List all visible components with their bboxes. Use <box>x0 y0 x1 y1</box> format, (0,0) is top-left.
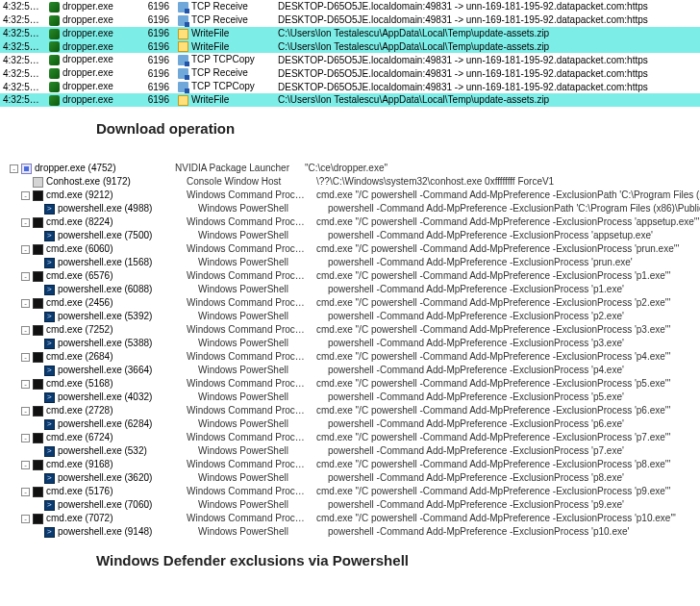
procmon-row[interactable]: 4:32:5…dropper.exe6196TCP ReceiveDESKTOP… <box>0 66 700 80</box>
proc-cmdline: powershell -Command Add-MpPreference -Ex… <box>328 365 700 375</box>
cmd-icon <box>33 244 43 255</box>
proctree-row[interactable]: powershell.exe (532)Windows PowerShellpo… <box>10 444 700 458</box>
proc-cmdline: cmd.exe "/C powershell -Command Add-MpPr… <box>316 513 700 523</box>
proc-type: Windows PowerShell <box>198 445 328 456</box>
tree-indent: - <box>10 324 33 335</box>
proctree-row[interactable]: -cmd.exe (2684)Windows Command Proc…cmd.… <box>10 350 700 364</box>
process-icon <box>49 68 60 79</box>
proctree-row[interactable]: -cmd.exe (2728)Windows Command Proc…cmd.… <box>10 404 700 417</box>
tree-toggle[interactable]: - <box>21 245 30 254</box>
process-icon <box>49 95 60 106</box>
proctree-row[interactable]: -cmd.exe (7072)Windows Command Proc…cmd.… <box>10 512 700 525</box>
tree-toggle[interactable]: - <box>21 515 30 523</box>
tree-indent <box>10 176 33 187</box>
powershell-icon <box>44 366 55 376</box>
proc-name: Conhost.exe (9172) <box>33 176 187 188</box>
tree-toggle[interactable]: - <box>21 488 30 496</box>
proc-type: Windows PowerShell <box>198 203 328 214</box>
tree-toggle[interactable]: - <box>21 326 30 335</box>
proctree-row[interactable]: -cmd.exe (6724)Windows Command Proc…cmd.… <box>10 431 700 444</box>
proctree-row[interactable]: powershell.exe (7060)Windows PowerShellp… <box>10 498 700 512</box>
tree-toggle[interactable]: - <box>21 191 30 200</box>
pid-cell: 6196 <box>135 66 175 80</box>
proctree-row[interactable]: -cmd.exe (9212)Windows Command Proc…cmd.… <box>10 189 700 202</box>
proctree-row[interactable]: -cmd.exe (6576)Windows Command Proc…cmd.… <box>10 269 700 283</box>
proctree-row[interactable]: -cmd.exe (5168)Windows Command Proc…cmd.… <box>10 377 700 391</box>
proctree-row[interactable]: powershell.exe (5388)Windows PowerShellp… <box>10 337 700 350</box>
tree-toggle[interactable]: - <box>10 164 18 173</box>
operation-cell: TCP TCPCopy <box>175 53 275 66</box>
proc-type: Windows Command Proc… <box>187 324 316 335</box>
tree-toggle[interactable]: - <box>21 272 30 281</box>
time-cell: 4:32:5… <box>0 80 46 93</box>
process-icon <box>49 82 60 92</box>
procmon-row[interactable]: 4:32:5…dropper.exe6196WriteFileC:\Users\… <box>0 40 700 54</box>
tree-indent <box>10 418 44 429</box>
proctree-row[interactable]: -cmd.exe (7252)Windows Command Proc…cmd.… <box>10 323 700 337</box>
proc-type: Windows PowerShell <box>198 284 328 294</box>
proc-type: Windows Command Proc… <box>187 216 316 227</box>
proctree-row[interactable]: powershell.exe (9148)Windows PowerShellp… <box>10 525 700 539</box>
proctree-row[interactable]: powershell.exe (3620)Windows PowerShellp… <box>10 471 700 485</box>
proctree-row[interactable]: powershell.exe (3664)Windows PowerShellp… <box>10 364 700 377</box>
tree-toggle[interactable]: - <box>21 380 30 389</box>
proc-name: powershell.exe (3664) <box>44 365 198 376</box>
procmon-row[interactable]: 4:32:5…dropper.exe6196WriteFileC:\Users\… <box>0 27 700 40</box>
procmon-row[interactable]: 4:32:5…dropper.exe6196WriteFileC:\Users\… <box>0 93 700 107</box>
tree-toggle[interactable]: - <box>21 461 30 469</box>
procmon-row[interactable]: 4:32:5…dropper.exe6196TCP ReceiveDESKTOP… <box>0 0 700 13</box>
procmon-row[interactable]: 4:32:5…dropper.exe6196TCP ReceiveDESKTOP… <box>0 13 700 27</box>
detail-cell: C:\Users\Ion Testalescu\AppData\Local\Te… <box>275 27 700 40</box>
proc-type: Console Window Host <box>187 176 316 187</box>
proc-type: Windows PowerShell <box>198 391 328 402</box>
process-icon <box>49 15 60 26</box>
proctree-row[interactable]: powershell.exe (6284)Windows PowerShellp… <box>10 417 700 431</box>
operation-cell: TCP Receive <box>175 66 275 80</box>
process-icon <box>49 41 60 52</box>
proc-name: powershell.exe (532) <box>44 445 198 457</box>
proctree-row[interactable]: -cmd.exe (9168)Windows Command Proc…cmd.… <box>10 458 700 471</box>
tree-toggle[interactable]: - <box>21 434 30 442</box>
proc-cmdline: powershell -Command Add-MpPreference -Ex… <box>328 311 700 321</box>
proctree-row[interactable]: -cmd.exe (8224)Windows Command Proc…cmd.… <box>10 215 700 229</box>
proc-name: cmd.exe (2728) <box>33 405 187 417</box>
tree-indent <box>10 472 44 483</box>
tree-toggle[interactable]: - <box>21 218 30 227</box>
proc-name: powershell.exe (4032) <box>44 391 198 403</box>
detail-cell: DESKTOP-D65O5JE.localdomain:49831 -> unn… <box>275 0 700 13</box>
proc-name: powershell.exe (6088) <box>44 284 198 295</box>
proc-name: powershell.exe (4988) <box>44 203 198 215</box>
proctree-row[interactable]: -cmd.exe (6060)Windows Command Proc…cmd.… <box>10 242 700 256</box>
operation-cell: TCP Receive <box>175 0 275 13</box>
cmd-icon <box>33 298 43 309</box>
proctree-row[interactable]: powershell.exe (1568)Windows PowerShellp… <box>10 256 700 269</box>
process-icon <box>49 55 60 65</box>
procmon-row[interactable]: 4:32:5…dropper.exe6196TCP TCPCopyDESKTOP… <box>0 80 700 93</box>
proctree-row[interactable]: -cmd.exe (5176)Windows Command Proc…cmd.… <box>10 485 700 498</box>
proc-type: Windows Command Proc… <box>187 243 316 254</box>
proctree-row[interactable]: powershell.exe (6088)Windows PowerShellp… <box>10 283 700 296</box>
proctree-row[interactable]: powershell.exe (4032)Windows PowerShellp… <box>10 391 700 404</box>
procmon-table[interactable]: 4:32:5…dropper.exe6196TCP ReceiveDESKTOP… <box>0 0 700 107</box>
proctree-row[interactable]: -cmd.exe (2456)Windows Command Proc…cmd.… <box>10 296 700 310</box>
proctree-row[interactable]: powershell.exe (5392)Windows PowerShellp… <box>10 310 700 323</box>
procmon-row[interactable]: 4:32:5…dropper.exe6196TCP TCPCopyDESKTOP… <box>0 53 700 66</box>
proctree-row[interactable]: -dropper.exe (4752)NVIDIA Package Launch… <box>10 162 700 175</box>
proc-type: Windows PowerShell <box>198 338 328 348</box>
tcp-icon <box>178 15 188 26</box>
process-tree[interactable]: -dropper.exe (4752)NVIDIA Package Launch… <box>10 162 700 539</box>
tree-toggle[interactable]: - <box>21 353 30 362</box>
proctree-row[interactable]: powershell.exe (4988)Windows PowerShellp… <box>10 202 700 215</box>
proctree-row[interactable]: powershell.exe (7500)Windows PowerShellp… <box>10 229 700 242</box>
proctree-row[interactable]: Conhost.exe (9172)Console Window Host\??… <box>10 175 700 189</box>
proc-cmdline: powershell -Command Add-MpPreference -Ex… <box>328 499 700 510</box>
powershell-icon <box>44 446 55 457</box>
writefile-icon <box>178 29 188 39</box>
cmd-icon <box>33 325 43 336</box>
proc-cmdline: cmd.exe "/C powershell -Command Add-MpPr… <box>316 324 700 335</box>
proc-type: Windows Command Proc… <box>187 459 316 469</box>
tree-toggle[interactable]: - <box>21 299 30 308</box>
process-cell: dropper.exe <box>46 53 135 66</box>
conhost-icon <box>33 177 43 188</box>
tree-toggle[interactable]: - <box>21 407 30 416</box>
